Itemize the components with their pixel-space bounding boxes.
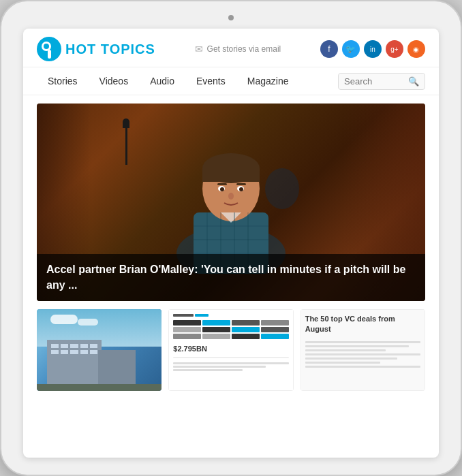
logo-text: HOT TOPICS — [65, 42, 155, 57]
vc-lines — [305, 341, 420, 368]
logo-icon — [37, 37, 61, 61]
ground — [37, 384, 161, 391]
site-nav: Stories Videos Audio Events Magazine 🔍 — [23, 67, 439, 95]
svg-rect-15 — [217, 183, 227, 185]
logo5 — [173, 327, 201, 332]
thumb-header-row — [173, 314, 288, 317]
vc-line2 — [305, 345, 409, 347]
front-camera-icon — [228, 15, 234, 20]
logo-area: HOT TOPICS — [37, 37, 155, 61]
line3 — [173, 369, 243, 371]
thumb-line-accent — [195, 314, 209, 317]
logo3 — [232, 320, 260, 326]
search-icon: 🔍 — [408, 76, 419, 86]
search-box: 🔍 — [338, 73, 425, 90]
device-frame: HOT TOPICS ✉ Get stories via email f 🐦 i… — [0, 0, 462, 476]
nav-audio[interactable]: Audio — [139, 67, 185, 95]
amount-label: $2.795BN — [173, 345, 288, 353]
svg-rect-16 — [236, 183, 246, 185]
svg-rect-3 — [48, 50, 51, 59]
mic-head — [123, 118, 129, 128]
site-header: HOT TOPICS ✉ Get stories via email f 🐦 i… — [23, 29, 439, 67]
nav-links: Stories Videos Audio Events Magazine — [37, 67, 299, 95]
main-content: Accel partner Brian O'Malley: 'You can t… — [23, 95, 439, 458]
svg-point-2 — [44, 44, 49, 49]
vc-line6 — [305, 362, 380, 364]
svg-point-14 — [239, 187, 243, 191]
digital-media-bg: $2.795BN — [168, 309, 293, 391]
logo10 — [202, 334, 230, 339]
text-lines — [173, 362, 288, 371]
cloud1 — [50, 315, 78, 324]
logos-grid — [173, 320, 288, 339]
line2 — [173, 366, 265, 368]
vc-line7 — [305, 366, 420, 368]
email-label: Get stories via email — [207, 44, 281, 54]
vc-line4 — [305, 353, 420, 355]
linkedin-icon[interactable]: in — [364, 40, 382, 58]
vc-line1 — [305, 341, 420, 343]
logo6 — [202, 327, 230, 332]
building-main — [47, 340, 102, 391]
logo9 — [173, 334, 201, 339]
hero-article[interactable]: Accel partner Brian O'Malley: 'You can t… — [37, 104, 425, 301]
cloud2 — [78, 319, 98, 326]
mic-stand — [125, 124, 127, 165]
logo1 — [173, 320, 201, 326]
nav-stories[interactable]: Stories — [37, 67, 89, 95]
thumbnail-vc-deals[interactable]: The 50 top VC deals from August — [301, 309, 425, 391]
svg-point-13 — [220, 187, 224, 191]
logo7 — [232, 327, 260, 332]
google-plus-icon[interactable]: g+ — [386, 40, 403, 58]
thumbnail-digital-media[interactable]: $2.795BN — [168, 309, 293, 391]
logo2 — [202, 320, 230, 326]
divider-line — [173, 357, 288, 358]
nav-videos[interactable]: Videos — [89, 67, 140, 95]
vc-title: The 50 top VC deals from August — [305, 314, 420, 335]
thumbnail-row: $2.795BN The 50 top VC deals from August — [37, 309, 425, 391]
logo4 — [261, 320, 289, 326]
svg-point-17 — [228, 193, 234, 200]
vc-line5 — [305, 358, 397, 360]
svg-point-26 — [265, 168, 299, 209]
building-bg — [37, 309, 161, 391]
person-figure — [156, 131, 306, 274]
rss-icon[interactable]: ◉ — [407, 40, 425, 58]
windows — [47, 340, 102, 358]
hero-title: Accel partner Brian O'Malley: 'You can t… — [46, 262, 416, 293]
facebook-icon[interactable]: f — [320, 40, 338, 58]
vc-deals-bg: The 50 top VC deals from August — [301, 309, 425, 391]
hero-overlay: Accel partner Brian O'Malley: 'You can t… — [37, 254, 425, 301]
email-icon: ✉ — [195, 44, 203, 54]
vc-line3 — [305, 349, 386, 351]
browser-window: HOT TOPICS ✉ Get stories via email f 🐦 i… — [23, 29, 439, 458]
nav-events[interactable]: Events — [185, 67, 236, 95]
logo8 — [261, 327, 289, 332]
thumbnail-building[interactable] — [37, 309, 161, 391]
logo11 — [232, 334, 260, 339]
logo12 — [261, 334, 289, 339]
nav-magazine[interactable]: Magazine — [236, 67, 300, 95]
twitter-icon[interactable]: 🐦 — [342, 40, 360, 58]
social-icons: f 🐦 in g+ ◉ — [320, 40, 425, 58]
thumb-line — [173, 314, 194, 317]
email-signup[interactable]: ✉ Get stories via email — [195, 44, 281, 54]
search-input[interactable] — [344, 76, 405, 86]
svg-rect-10 — [202, 168, 260, 182]
line1 — [173, 362, 288, 364]
